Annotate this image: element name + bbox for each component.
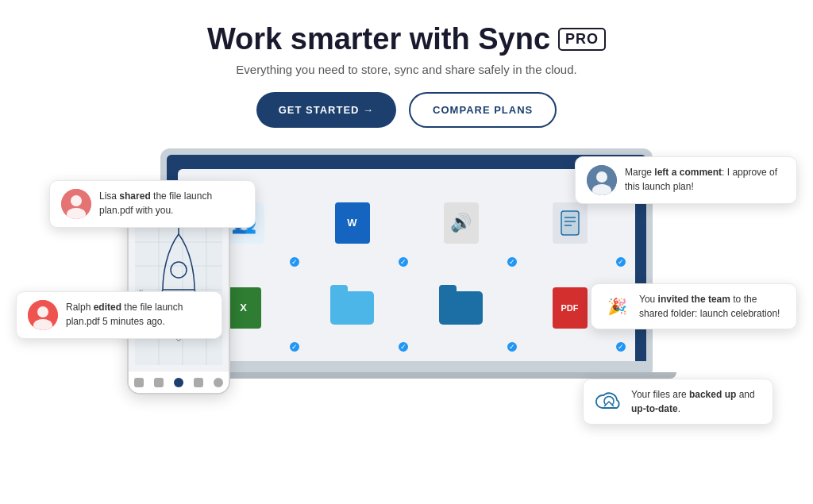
file-cell-word: W ✓	[298, 180, 406, 265]
compare-plans-button[interactable]: COMPARE PLANS	[409, 92, 557, 128]
notification-team-text: You invited the team to the shared folde…	[639, 292, 785, 321]
audio-icon: 🔊	[444, 202, 479, 244]
svg-point-24	[37, 306, 48, 317]
party-icon: 🎉	[603, 292, 631, 321]
cloud-backup-icon	[595, 387, 623, 416]
word-icon: W	[335, 202, 370, 244]
subtitle: Everything you need to store, sync and s…	[207, 63, 606, 76]
laptop-base	[160, 361, 653, 372]
devices-section: 👥 ✓ W ✓ 🔊 ✓ ✓	[0, 140, 813, 450]
get-started-button[interactable]: GET STARTED →	[256, 92, 396, 128]
pdf-icon: PDF	[553, 287, 588, 329]
notification-backup: Your files are backed up and up-to-date.	[583, 379, 773, 425]
phone-bottom-bar	[129, 371, 229, 393]
svg-point-21	[71, 195, 82, 206]
avatar-marge	[587, 165, 617, 195]
avatar-ralph	[28, 300, 58, 330]
cta-buttons: GET STARTED → COMPARE PLANS	[207, 92, 606, 128]
avatar-lisa	[61, 189, 91, 219]
excel-icon: X	[226, 287, 261, 329]
notification-lisa-text: Lisa shared the file launch plan.pdf wit…	[99, 189, 244, 217]
notification-lisa: Lisa shared the file launch plan.pdf wit…	[49, 180, 256, 228]
notification-marge: Marge left a comment: I approve of this …	[575, 156, 797, 204]
notification-backup-text: Your files are backed up and up-to-date.	[631, 387, 761, 416]
check-badge: ✓	[615, 340, 627, 353]
header: Work smarter with Sync PRO Everything yo…	[207, 0, 606, 140]
file-cell-folder-blue: ✓	[298, 265, 406, 350]
phone-files-icon	[154, 378, 164, 387]
doc-icon	[553, 202, 588, 244]
notification-ralph: Ralph edited the file launch plan.pdf 5 …	[16, 291, 222, 339]
phone-settings-icon	[214, 378, 223, 387]
svg-point-27	[596, 171, 607, 183]
folder-blue-icon	[330, 291, 374, 325]
notification-team: 🎉 You invited the team to the shared fol…	[591, 283, 797, 329]
folder-dark-icon	[439, 291, 483, 325]
file-cell-folder-dark: ✓	[406, 265, 515, 350]
page-title: Work smarter with Sync PRO	[207, 22, 606, 56]
notification-marge-text: Marge left a comment: I approve of this …	[625, 165, 785, 194]
file-cell-audio: 🔊 ✓	[406, 180, 515, 265]
notification-ralph-text: Ralph edited the file launch plan.pdf 5 …	[66, 300, 210, 329]
phone-home-icon	[134, 378, 144, 387]
pro-badge: PRO	[558, 28, 606, 51]
phone-sync-icon	[174, 378, 183, 387]
phone-share-icon	[194, 378, 203, 387]
svg-rect-0	[561, 211, 579, 235]
